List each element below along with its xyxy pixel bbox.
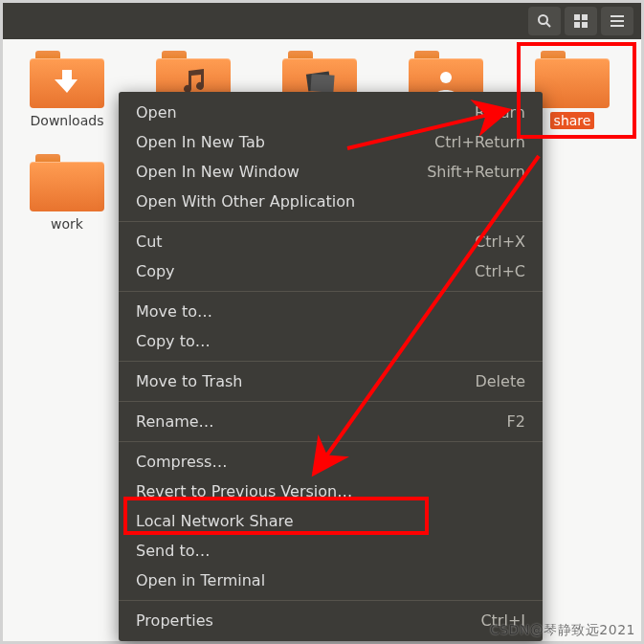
header-bar: [3, 3, 641, 39]
menu-network-share[interactable]: Local Network Share: [119, 506, 543, 536]
menu-separator: [119, 441, 543, 442]
folder-label: share: [550, 112, 595, 129]
window: Downloads: [0, 0, 644, 644]
folder-icon: [30, 51, 104, 108]
menu-separator: [119, 361, 543, 362]
menu-label: Local Network Share: [136, 512, 294, 530]
menu-accel: Delete: [475, 372, 525, 390]
menu-label: Open With Other Application: [136, 192, 355, 211]
svg-rect-7: [611, 20, 624, 22]
menu-revert[interactable]: Revert to Previous Version…: [119, 477, 543, 506]
menu-accel: Ctrl+Return: [434, 133, 525, 151]
svg-rect-3: [582, 14, 588, 20]
menu-move-to[interactable]: Move to…: [119, 297, 543, 326]
folder-work[interactable]: work: [20, 154, 114, 233]
menu-properties[interactable]: PropertiesCtrl+I: [119, 606, 543, 635]
view-button[interactable]: [565, 7, 597, 35]
menu-label: Move to…: [136, 302, 212, 321]
menu-trash[interactable]: Move to TrashDelete: [119, 366, 543, 396]
menu-label: Open In New Tab: [136, 133, 265, 151]
watermark: CSDN@琴静致远2021: [490, 622, 635, 639]
menu-copy-to[interactable]: Copy to…: [119, 326, 543, 356]
menu-label: Properties: [136, 611, 213, 630]
menu-compress[interactable]: Compress…: [119, 447, 543, 477]
menu-label: Open in Terminal: [136, 571, 265, 589]
menu-accel: Shift+Return: [427, 163, 525, 181]
folder-icon: [535, 51, 610, 108]
search-button[interactable]: [528, 7, 561, 35]
svg-rect-10: [310, 74, 334, 93]
svg-rect-4: [574, 22, 580, 28]
menu-cut[interactable]: CutCtrl+X: [119, 227, 543, 256]
folder-icon: [30, 154, 104, 211]
menu-label: Cut: [136, 233, 163, 251]
folder-downloads[interactable]: Downloads: [20, 51, 114, 129]
menu-open-with[interactable]: Open With Other Application: [119, 187, 543, 216]
menu-accel: F2: [507, 412, 525, 431]
grid-icon: [573, 13, 588, 29]
menu-send-to[interactable]: Send to…: [119, 536, 543, 566]
menu-label: Rename…: [136, 412, 214, 431]
menu-separator: [119, 221, 543, 222]
menu-separator: [119, 401, 543, 402]
menu-accel: Ctrl+C: [475, 262, 525, 280]
menu-accel: Return: [475, 103, 525, 122]
svg-rect-2: [574, 14, 580, 20]
svg-point-0: [539, 15, 547, 24]
download-icon: [49, 68, 85, 97]
folder-label: Downloads: [27, 112, 108, 129]
menu-label: Copy to…: [136, 332, 211, 350]
menu-label: Compress…: [136, 453, 227, 471]
menu-separator: [119, 600, 543, 601]
menu-label: Revert to Previous Version…: [136, 482, 352, 500]
menu-label: Move to Trash: [136, 372, 242, 390]
context-menu: OpenReturn Open In New TabCtrl+Return Op…: [119, 92, 543, 641]
menu-separator: [119, 291, 543, 292]
menu-open-tab[interactable]: Open In New TabCtrl+Return: [119, 127, 543, 157]
menu-label: Copy: [136, 262, 175, 280]
menu-rename[interactable]: Rename…F2: [119, 407, 543, 436]
menu-label: Open In New Window: [136, 163, 300, 181]
hamburger-icon: [610, 13, 625, 29]
svg-line-1: [546, 23, 550, 27]
menu-copy[interactable]: CopyCtrl+C: [119, 256, 543, 286]
menu-open-window[interactable]: Open In New WindowShift+Return: [119, 157, 543, 187]
svg-rect-6: [611, 15, 624, 17]
svg-rect-8: [611, 25, 624, 27]
svg-point-11: [440, 72, 452, 83]
menu-button[interactable]: [601, 7, 633, 35]
menu-terminal[interactable]: Open in Terminal: [119, 566, 543, 595]
menu-accel: Ctrl+X: [475, 233, 525, 251]
menu-label: Send to…: [136, 542, 210, 560]
folder-label: work: [47, 215, 87, 233]
svg-rect-5: [582, 22, 588, 28]
search-icon: [537, 13, 552, 29]
menu-open[interactable]: OpenReturn: [119, 98, 543, 127]
menu-label: Open: [136, 103, 177, 122]
